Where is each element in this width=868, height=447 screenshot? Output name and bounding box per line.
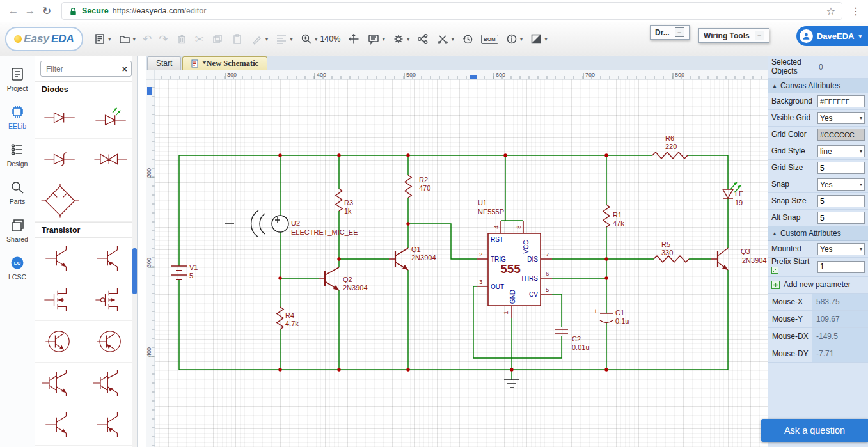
npn-transistor-symbol[interactable] <box>35 238 86 279</box>
ground-symbol[interactable] <box>504 380 519 388</box>
darlington-npn-symbol[interactable] <box>35 363 86 404</box>
component-q3[interactable]: Q3 2N3904 <box>711 247 767 270</box>
document-list-button[interactable]: ▾ <box>91 29 114 49</box>
visible-grid-select[interactable]: Yes▾ <box>817 112 865 124</box>
cut-button[interactable]: ✂ <box>193 29 207 49</box>
tab-new-schematic[interactable]: *New Schematic <box>182 56 267 70</box>
clear-filter-icon[interactable]: × <box>122 64 127 74</box>
address-bar[interactable]: Secure https://easyeda.com/editor ☆ <box>61 2 842 20</box>
share-button[interactable] <box>414 29 432 49</box>
redo-button[interactable]: ↷ <box>156 29 170 49</box>
user-account-button[interactable]: DaveEDA ▾ <box>796 26 868 46</box>
component-r2[interactable]: R2 470 <box>405 175 430 198</box>
grid-color-input[interactable]: #CCCCCC <box>817 129 865 141</box>
component-r1[interactable]: R1 47k <box>603 205 624 227</box>
pnp-transistor-symbol-2[interactable] <box>86 404 138 446</box>
filter-input[interactable] <box>45 64 122 74</box>
npn-circled-symbol[interactable] <box>35 321 86 363</box>
undo-button[interactable]: ↶ <box>140 29 154 49</box>
component-led[interactable]: LE 19 <box>723 182 743 207</box>
background-color-input[interactable]: #FFFFFF <box>817 95 865 107</box>
mounted-select[interactable]: Yes▾ <box>817 243 865 255</box>
info-button[interactable]: ▾ <box>503 29 526 49</box>
shared-stack-icon <box>10 217 25 233</box>
settings-button[interactable]: ▾ <box>390 29 413 49</box>
wires[interactable] <box>179 155 728 380</box>
section-canvas-attributes[interactable]: ▲ Canvas Attributes <box>768 79 868 93</box>
dropdown-caret-icon: ▾ <box>860 115 862 121</box>
wiring-tools-panel[interactable]: Wiring Tools − <box>698 28 769 43</box>
component-r4[interactable]: R4 4.7k <box>277 307 299 329</box>
snap-size-input[interactable] <box>817 195 865 207</box>
easyeda-logo[interactable]: EasyEDA <box>5 27 83 51</box>
zener-diode-symbol[interactable] <box>35 139 86 180</box>
ask-a-question-button[interactable]: Ask a question <box>761 419 868 442</box>
bridge-rectifier-symbol[interactable] <box>35 180 86 222</box>
paste-button[interactable] <box>228 29 246 49</box>
grid-style-select[interactable]: line▾ <box>817 145 865 157</box>
alt-snap-input[interactable] <box>817 212 865 224</box>
nmos-transistor-symbol[interactable] <box>35 279 86 321</box>
schematic-canvas[interactable]: 300 400 500 600 700 800 200 300 400 <box>146 70 768 447</box>
dropdown-caret-icon: ▾ <box>265 36 269 42</box>
sidebar-item-lcsc[interactable]: LC LCSC <box>0 249 35 286</box>
pmos-transistor-symbol[interactable] <box>86 279 138 321</box>
component-v1[interactable]: V1 5 <box>171 263 198 279</box>
led-symbol[interactable] <box>86 97 138 139</box>
component-u2-microphone[interactable]: U2 ELECTRET_MIC_EE <box>225 210 358 237</box>
library-scrollbar[interactable] <box>132 56 137 447</box>
bookmark-star-icon[interactable]: ☆ <box>826 5 835 17</box>
gear-icon <box>392 33 405 45</box>
bom-button[interactable]: BOM <box>478 29 501 49</box>
sidebar-item-eelib[interactable]: EELib <box>0 98 35 136</box>
component-c2[interactable]: C2 0.01u <box>555 329 590 351</box>
edit-prefix-icon[interactable] <box>771 267 778 274</box>
delete-button[interactable] <box>173 29 191 49</box>
copy-button[interactable] <box>209 29 226 49</box>
grid-size-input[interactable] <box>817 162 865 174</box>
sidebar-item-parts[interactable]: Parts <box>0 173 35 211</box>
tvs-bidirectional-symbol[interactable] <box>86 139 138 180</box>
browser-forward-icon[interactable]: → <box>22 4 38 17</box>
browser-menu-icon[interactable]: ⋮ <box>849 5 863 17</box>
sidebar-item-shared[interactable]: Shared <box>0 211 35 249</box>
component-r3[interactable]: R3 1k <box>336 189 353 215</box>
sidebar-item-project[interactable]: Project <box>0 60 35 98</box>
component-r5[interactable]: R5 330 <box>654 240 689 262</box>
drawing-tools-panel[interactable]: Dr... − <box>650 25 690 40</box>
component-q2[interactable]: Q2 2N3904 <box>319 267 368 292</box>
component-u1-555[interactable]: U1 NE555P 555 RST VCC TRIG OUT DIS THRS … <box>477 199 552 318</box>
zoom-button[interactable]: ▾ 140% <box>297 29 343 49</box>
svg-text:7: 7 <box>546 251 549 258</box>
open-folder-button[interactable]: ▾ <box>116 29 139 49</box>
snap-select[interactable]: Yes▾ <box>817 178 865 191</box>
prefix-start-label: Prefix Start <box>771 258 815 276</box>
align-button[interactable]: ▾ <box>272 29 296 49</box>
sidebar-item-design[interactable]: Design <box>0 136 35 173</box>
darlington-pnp-symbol[interactable] <box>86 363 138 404</box>
prefix-start-input[interactable] <box>817 261 865 273</box>
tools-button[interactable]: ▾ <box>434 29 457 49</box>
library-scrollbar-thumb[interactable] <box>132 248 137 294</box>
browser-reload-icon[interactable]: ↻ <box>38 4 55 18</box>
component-c1[interactable]: + C1 0.1u <box>594 308 629 325</box>
svg-text:4.7k: 4.7k <box>285 320 299 327</box>
theme-button[interactable]: ▾ <box>527 29 550 49</box>
schematic-sheet[interactable]: V1 5 U2 ELECTRET_MIC_EE <box>171 134 767 388</box>
tab-start[interactable]: Start <box>147 56 181 70</box>
add-parameter-button[interactable]: Add new parameter <box>768 277 868 294</box>
minimize-drawing-tools-button[interactable]: − <box>675 27 684 37</box>
browser-back-icon[interactable]: ← <box>5 4 22 17</box>
annotation-button[interactable]: ▾ <box>365 29 388 49</box>
component-r6[interactable]: R6 220 <box>652 134 688 159</box>
npn-transistor-symbol-2[interactable] <box>35 404 86 446</box>
format-style-button[interactable]: ▾ <box>248 29 271 49</box>
pnp-circled-symbol[interactable] <box>86 321 138 363</box>
history-button[interactable] <box>459 29 477 49</box>
cursor-tool-button[interactable] <box>345 29 363 49</box>
component-q1[interactable]: Q1 2N3904 <box>389 246 436 270</box>
section-custom-attributes[interactable]: ▲ Custom Attributes <box>768 226 868 241</box>
pnp-transistor-symbol[interactable] <box>86 238 138 279</box>
diode-symbol[interactable] <box>35 97 86 139</box>
minimize-wiring-tools-button[interactable]: − <box>755 31 764 40</box>
